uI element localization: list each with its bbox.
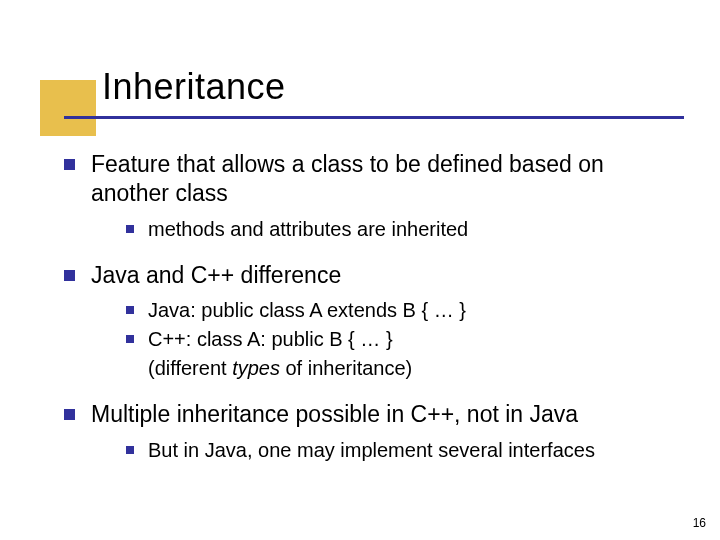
- slide-body: Feature that allows a class to be define…: [64, 150, 680, 466]
- bullet-text: Feature that allows a class to be define…: [91, 150, 680, 208]
- slide-title: Inheritance: [102, 66, 286, 108]
- square-bullet-icon: [126, 225, 134, 233]
- title-area: Inheritance: [0, 0, 720, 120]
- slide: Inheritance Feature that allows a class …: [0, 0, 720, 540]
- square-bullet-icon: [126, 446, 134, 454]
- bullet-level2: But in Java, one may implement several i…: [126, 437, 680, 464]
- title-underline: [64, 116, 684, 119]
- page-number: 16: [693, 516, 706, 530]
- bullet-text: C++: class A: public B { … }: [148, 326, 680, 353]
- bullet-level1: Multiple inheritance possible in C++, no…: [64, 400, 680, 429]
- bullet-text: (different types of inheritance): [148, 355, 680, 382]
- bullet-text: methods and attributes are inherited: [148, 216, 680, 243]
- bullet-level2: methods and attributes are inherited: [126, 216, 680, 243]
- bullet-level2-group: methods and attributes are inherited: [126, 216, 680, 243]
- bullet-text: Java: public class A extends B { … }: [148, 297, 680, 324]
- square-bullet-icon: [126, 306, 134, 314]
- bullet-level2-group: But in Java, one may implement several i…: [126, 437, 680, 464]
- accent-square: [40, 80, 96, 136]
- bullet-level2-group: Java: public class A extends B { … } C++…: [126, 297, 680, 382]
- text-emphasis: types: [232, 357, 280, 379]
- bullet-level2: C++: class A: public B { … }: [126, 326, 680, 353]
- text-fragment: (different: [148, 357, 232, 379]
- square-bullet-icon: [126, 335, 134, 343]
- bullet-level2-continuation: (different types of inheritance): [126, 355, 680, 382]
- bullet-level1: Java and C++ difference: [64, 261, 680, 290]
- square-bullet-icon: [64, 159, 75, 170]
- text-fragment: of inheritance): [280, 357, 412, 379]
- bullet-level1: Feature that allows a class to be define…: [64, 150, 680, 208]
- bullet-level2: Java: public class A extends B { … }: [126, 297, 680, 324]
- bullet-text: Multiple inheritance possible in C++, no…: [91, 400, 680, 429]
- square-bullet-icon: [64, 270, 75, 281]
- bullet-text: But in Java, one may implement several i…: [148, 437, 680, 464]
- square-bullet-icon: [64, 409, 75, 420]
- bullet-text: Java and C++ difference: [91, 261, 680, 290]
